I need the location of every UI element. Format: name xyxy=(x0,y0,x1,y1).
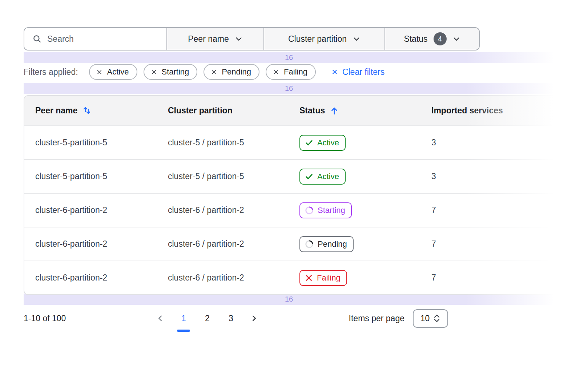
status-badge: Active xyxy=(299,169,346,185)
chevron-down-icon xyxy=(235,35,243,43)
cell-peer-name: cluster-6-partition-2 xyxy=(24,273,157,283)
status-badge: Pending xyxy=(299,236,354,252)
remove-filter-icon[interactable] xyxy=(150,69,157,76)
status-badge: Active xyxy=(299,135,346,151)
cell-peer-name: cluster-5-partition-5 xyxy=(24,138,157,148)
sort-up-icon xyxy=(330,106,339,116)
page-button-label: 1 xyxy=(181,314,186,323)
page-button[interactable]: 3 xyxy=(224,311,238,326)
filter-toolbar: Peer name Cluster partition Status 4 xyxy=(24,27,480,51)
cell-status: Active xyxy=(289,169,420,185)
status-badge: Starting xyxy=(299,202,352,218)
remove-filter-icon[interactable] xyxy=(210,69,217,76)
spacing-marker-value: 16 xyxy=(24,52,554,63)
chevron-left-icon xyxy=(156,314,164,322)
page-button[interactable]: 2 xyxy=(200,311,214,326)
table-body: cluster-5-partition-5 cluster-5 / partit… xyxy=(24,125,566,294)
filter-chip-label: Starting xyxy=(162,67,189,77)
cluster-partition-filter-label: Cluster partition xyxy=(288,34,347,44)
applied-filters-row: Filters applied: Active Starting Pending… xyxy=(24,63,384,81)
page-button-label: 3 xyxy=(229,314,233,323)
column-header-cluster-partition[interactable]: Cluster partition xyxy=(157,106,289,116)
filter-chip[interactable]: Pending xyxy=(204,64,259,80)
table-row: cluster-6-partition-2 cluster-6 / partit… xyxy=(24,227,566,261)
cell-cluster-partition: cluster-6 / partition-2 xyxy=(157,205,289,215)
status-badge-label: Active xyxy=(317,172,339,181)
status-filter-count-badge: 4 xyxy=(434,32,447,45)
cell-status: Active xyxy=(289,135,420,151)
x-icon xyxy=(305,274,313,282)
cell-cluster-partition: cluster-5 / partition-5 xyxy=(157,172,289,181)
cell-imported-services: 7 xyxy=(420,273,566,283)
check-icon xyxy=(305,138,314,147)
filter-chips: Active Starting Pending Failing xyxy=(89,64,316,80)
column-header-label: Peer name xyxy=(35,106,77,116)
cell-status: Failing xyxy=(289,270,420,286)
status-badge: Failing xyxy=(299,270,347,286)
filter-chip-label: Pending xyxy=(222,67,251,77)
items-per-page: Items per page 10 xyxy=(349,309,448,328)
cell-cluster-partition: cluster-6 / partition-2 xyxy=(157,239,289,249)
items-per-page-select[interactable]: 10 xyxy=(413,309,448,328)
pager: 1 2 3 xyxy=(154,311,261,326)
page-list: 1 2 3 xyxy=(177,311,238,326)
sort-up-down-icon xyxy=(82,106,92,116)
spacing-marker: 16 xyxy=(24,83,567,94)
column-header-status[interactable]: Status xyxy=(289,106,420,116)
column-header-imported-services[interactable]: Imported services xyxy=(420,106,566,116)
cell-cluster-partition: cluster-5 / partition-5 xyxy=(157,138,289,148)
chevron-right-icon xyxy=(250,314,258,322)
cell-imported-services: 3 xyxy=(420,172,566,181)
search-icon xyxy=(32,34,42,44)
peer-name-filter-label: Peer name xyxy=(188,34,229,44)
cell-imported-services: 3 xyxy=(420,138,566,148)
stepper-chevrons-icon xyxy=(433,314,440,323)
status-filter-dropdown[interactable]: Status 4 xyxy=(384,28,479,50)
items-per-page-label: Items per page xyxy=(349,314,404,323)
cell-peer-name: cluster-6-partition-2 xyxy=(24,239,157,249)
search-input[interactable] xyxy=(47,34,156,44)
filter-chip-label: Failing xyxy=(284,67,307,77)
cell-imported-services: 7 xyxy=(420,205,566,215)
next-page-button[interactable] xyxy=(247,311,261,326)
remove-filter-icon[interactable] xyxy=(96,69,103,76)
column-header-peer-name[interactable]: Peer name xyxy=(24,106,157,116)
cell-peer-name: cluster-5-partition-5 xyxy=(24,172,157,181)
status-badge-label: Pending xyxy=(318,239,347,249)
table-row: cluster-6-partition-2 cluster-6 / partit… xyxy=(24,261,566,294)
table-row: cluster-5-partition-5 cluster-5 / partit… xyxy=(24,159,566,193)
close-icon xyxy=(331,68,338,76)
peer-name-filter-dropdown[interactable]: Peer name xyxy=(166,28,263,50)
spacing-marker: 16 xyxy=(24,294,567,305)
previous-page-button[interactable] xyxy=(154,311,167,326)
filter-chip-label: Active xyxy=(107,67,129,77)
spinner-icon xyxy=(305,239,314,249)
cell-status: Pending xyxy=(289,236,420,252)
filters-applied-label: Filters applied: xyxy=(24,67,78,77)
filter-chip[interactable]: Starting xyxy=(144,64,198,80)
status-badge-label: Failing xyxy=(317,273,341,283)
filter-chip[interactable]: Failing xyxy=(266,64,316,80)
cell-imported-services: 7 xyxy=(420,239,566,249)
column-header-label: Cluster partition xyxy=(168,106,233,116)
table-header: Peer name Cluster partition Status Impor… xyxy=(24,96,566,125)
cell-status: Starting xyxy=(289,202,420,218)
clear-filters-link[interactable]: Clear filters xyxy=(331,67,384,77)
cell-cluster-partition: cluster-6 / partition-2 xyxy=(157,273,289,283)
check-icon xyxy=(305,172,314,181)
page-button-label: 2 xyxy=(205,314,210,323)
status-badge-label: Active xyxy=(317,138,339,148)
filter-chip[interactable]: Active xyxy=(89,64,137,80)
table-row: cluster-6-partition-2 cluster-6 / partit… xyxy=(24,193,566,227)
cluster-partition-filter-dropdown[interactable]: Cluster partition xyxy=(263,28,384,50)
pagination-bar: 1-10 of 100 1 2 3 Items per page 10 xyxy=(24,307,448,330)
peers-table: Peer name Cluster partition Status Impor… xyxy=(24,95,567,295)
table-row: cluster-5-partition-5 cluster-5 / partit… xyxy=(24,125,566,159)
remove-filter-icon[interactable] xyxy=(273,69,279,76)
page-button[interactable]: 1 xyxy=(177,311,190,326)
chevron-down-icon xyxy=(353,35,361,43)
status-badge-label: Starting xyxy=(318,206,345,215)
items-per-page-value: 10 xyxy=(420,314,430,323)
status-filter-label: Status xyxy=(404,34,427,44)
clear-filters-label: Clear filters xyxy=(342,67,384,77)
